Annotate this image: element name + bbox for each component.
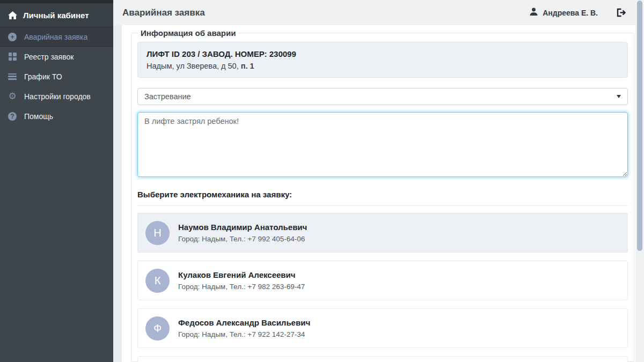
gear-icon: ⚙ <box>8 92 17 101</box>
lift-entrance: п. 1 <box>241 62 254 70</box>
avatar: К <box>145 269 170 293</box>
sidebar-item-label: Настройки городов <box>24 92 91 101</box>
mechanic-info: Наумов Владимир Анатольевич Город: Надым… <box>178 223 307 243</box>
mechanic-list-item[interactable]: Ф Федосов Александр Васильевич Город: На… <box>137 308 628 348</box>
mechanic-info: Кулаков Евгений Алексеевич Город: Надым,… <box>178 270 305 291</box>
mechanics-list: Н Наумов Владимир Анатольевич Город: Над… <box>137 213 628 362</box>
issue-type-select[interactable]: Застревание <box>137 88 628 105</box>
topbar-user-area: Андреева Е. В. <box>530 8 626 18</box>
scrollbar-thumb[interactable] <box>637 1 642 251</box>
emergency-form: Информация об аварии ЛИФТ ID 203 / ЗАВОД… <box>131 28 634 362</box>
mechanic-details: Город: Надым, Тел.: +7 922 142-27-34 <box>178 330 310 338</box>
list-icon <box>8 73 17 80</box>
mechanic-details: Город: Надым, Тел.: +7 992 405-64-06 <box>178 235 307 243</box>
user-name[interactable]: Андреева Е. В. <box>543 9 598 17</box>
mechanics-heading: Выберите электромеханика на заявку: <box>137 190 628 199</box>
sidebar-item-help[interactable]: ? Помощь <box>0 106 113 126</box>
topbar: Аварийная заявка Андреева Е. В. <box>113 0 644 25</box>
lift-info-box: ЛИФТ ID 203 / ЗАВОД. НОМЕР: 230099 Надым… <box>137 42 628 78</box>
sidebar-item-city-settings[interactable]: ⚙ Настройки городов <box>0 86 113 106</box>
sidebar-menu: + Аварийная заявка Реестр заявок График … <box>0 27 113 126</box>
mechanic-list-item[interactable]: Н Наумов Владимир Анатольевич Город: Над… <box>137 213 628 253</box>
home-icon <box>8 11 17 19</box>
form-legend: Информация об аварии <box>138 28 238 38</box>
lift-address-text: Надым, ул Зверева, д 50, <box>147 62 239 70</box>
avatar: Н <box>145 221 170 245</box>
avatar: Ф <box>145 316 170 341</box>
issue-type-selected-value: Застревание <box>144 92 191 101</box>
sidebar-item-label: График ТО <box>24 72 62 81</box>
sidebar-header-label: Личный кабинет <box>23 11 89 20</box>
sidebar-item-request-registry[interactable]: Реестр заявок <box>0 47 113 67</box>
description-textarea[interactable]: В лифте застрял ребенок! <box>137 112 628 177</box>
chevron-down-icon <box>617 95 621 98</box>
question-circle-icon: ? <box>8 112 17 121</box>
sidebar-item-emergency-request[interactable]: + Аварийная заявка <box>0 27 113 47</box>
plus-circle-icon: + <box>8 33 17 41</box>
divider <box>137 205 628 206</box>
mechanic-list-item[interactable]: А Антонов Сергей Анатольевич <box>137 356 628 362</box>
lift-address: Надым, ул Зверева, д 50,п. 1 <box>147 62 619 70</box>
sidebar-item-label: Реестр заявок <box>24 53 74 61</box>
sidebar: Личный кабинет + Аварийная заявка Реестр… <box>0 0 113 362</box>
mechanic-name: Федосов Александр Васильевич <box>178 318 310 327</box>
logout-icon[interactable] <box>616 8 626 17</box>
mechanic-list-item[interactable]: К Кулаков Евгений Алексеевич Город: Нады… <box>137 261 628 300</box>
lift-title: ЛИФТ ID 203 / ЗАВОД. НОМЕР: 230099 <box>147 49 619 58</box>
user-icon <box>530 8 538 18</box>
sidebar-item-label: Помощь <box>24 112 53 121</box>
content-area: Информация об аварии ЛИФТ ID 203 / ЗАВОД… <box>113 25 644 362</box>
content-panel: Информация об аварии ЛИФТ ID 203 / ЗАВОД… <box>122 25 644 362</box>
grid-icon <box>8 53 17 61</box>
mechanic-details: Город: Надым, Тел.: +7 982 263-69-47 <box>178 283 305 291</box>
sidebar-item-maintenance-schedule[interactable]: График ТО <box>0 67 113 86</box>
mechanic-name: Наумов Владимир Анатольевич <box>178 223 307 232</box>
page-title: Аварийная заявка <box>122 8 205 18</box>
mechanic-info: Федосов Александр Васильевич Город: Нады… <box>178 318 310 338</box>
sidebar-item-label: Аварийная заявка <box>24 33 87 41</box>
main-area: Аварийная заявка Андреева Е. В. Информац… <box>113 0 644 362</box>
mechanic-name: Кулаков Евгений Алексеевич <box>178 270 305 279</box>
vertical-scrollbar[interactable] <box>635 0 644 362</box>
sidebar-header: Личный кабинет <box>0 3 113 27</box>
